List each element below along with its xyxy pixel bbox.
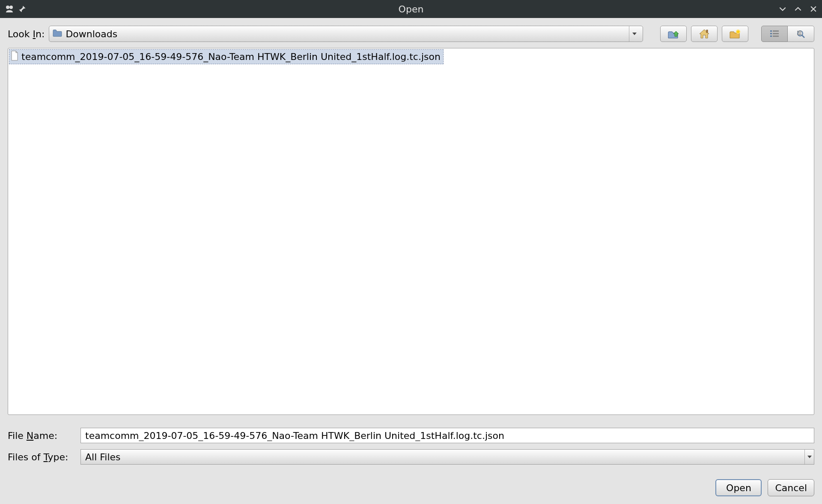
- svg-rect-5: [773, 30, 779, 32]
- details-view-button[interactable]: [788, 26, 814, 42]
- list-view-button[interactable]: [761, 26, 788, 42]
- svg-rect-9: [773, 36, 779, 37]
- svg-point-10: [798, 31, 803, 36]
- filename-label-post: ame:: [33, 430, 57, 441]
- open-button[interactable]: Open: [715, 479, 762, 496]
- svg-rect-4: [770, 30, 772, 32]
- filetype-label-mnemonic: T: [43, 452, 48, 462]
- filename-input[interactable]: [80, 428, 814, 443]
- filetype-row: Files of Type: All Files: [8, 449, 814, 465]
- file-icon: [10, 51, 19, 63]
- filetype-label-post: ype:: [48, 452, 68, 462]
- titlebar: Open: [0, 0, 822, 18]
- nav-buttons: [660, 26, 748, 42]
- home-button[interactable]: [691, 26, 718, 42]
- lookin-label: Look In:: [8, 29, 45, 39]
- svg-rect-13: [797, 33, 801, 33]
- svg-point-3: [736, 30, 740, 34]
- svg-rect-2: [706, 30, 708, 33]
- maximize-icon[interactable]: [794, 5, 802, 13]
- dialog-body: Look In: Downloads: [0, 18, 822, 504]
- svg-point-0: [6, 6, 9, 9]
- dropdown-arrow-icon[interactable]: [804, 450, 814, 464]
- lookin-combo[interactable]: Downloads: [49, 26, 643, 42]
- dialog-buttons: Open Cancel: [8, 479, 814, 496]
- filetype-label-pre: Files of: [8, 452, 43, 462]
- svg-rect-7: [773, 33, 779, 34]
- file-list[interactable]: teamcomm_2019-07-05_16-59-49-576_Nao-Tea…: [8, 48, 814, 415]
- pin-icon[interactable]: [18, 5, 27, 13]
- filetype-value: All Files: [85, 452, 802, 462]
- file-name: teamcomm_2019-07-05_16-59-49-576_Nao-Tea…: [21, 51, 441, 62]
- filename-row: File Name:: [8, 428, 814, 443]
- filename-label-mnemonic: N: [27, 430, 33, 441]
- dropdown-arrow-icon[interactable]: [629, 26, 639, 42]
- titlebar-left: [4, 4, 27, 14]
- lookin-row: Look In: Downloads: [8, 26, 814, 42]
- lookin-label-post: n:: [36, 29, 45, 39]
- filetype-combo[interactable]: All Files: [80, 449, 814, 465]
- lookin-label-pre: Look: [8, 29, 33, 39]
- minimize-icon[interactable]: [778, 5, 787, 13]
- cancel-button[interactable]: Cancel: [768, 479, 814, 496]
- filename-label-pre: File: [8, 430, 27, 441]
- open-button-label: Open: [726, 483, 751, 493]
- svg-point-1: [9, 6, 13, 9]
- app-icon: [4, 4, 15, 14]
- new-folder-button[interactable]: [722, 26, 748, 42]
- svg-rect-14: [797, 34, 801, 35]
- svg-rect-6: [770, 33, 772, 34]
- svg-rect-12: [797, 31, 801, 32]
- lookin-folder-name: Downloads: [66, 29, 627, 39]
- file-item[interactable]: teamcomm_2019-07-05_16-59-49-576_Nao-Tea…: [9, 49, 444, 64]
- up-one-level-button[interactable]: [660, 26, 687, 42]
- filetype-label: Files of Type:: [8, 452, 80, 462]
- cancel-button-label: Cancel: [775, 483, 807, 493]
- close-icon[interactable]: [809, 5, 818, 13]
- filename-label: File Name:: [8, 430, 80, 441]
- titlebar-right: [778, 5, 818, 13]
- view-buttons: [761, 26, 814, 42]
- window-title: Open: [399, 4, 424, 15]
- svg-rect-8: [770, 36, 772, 37]
- svg-line-11: [802, 35, 804, 38]
- folder-icon: [53, 29, 62, 39]
